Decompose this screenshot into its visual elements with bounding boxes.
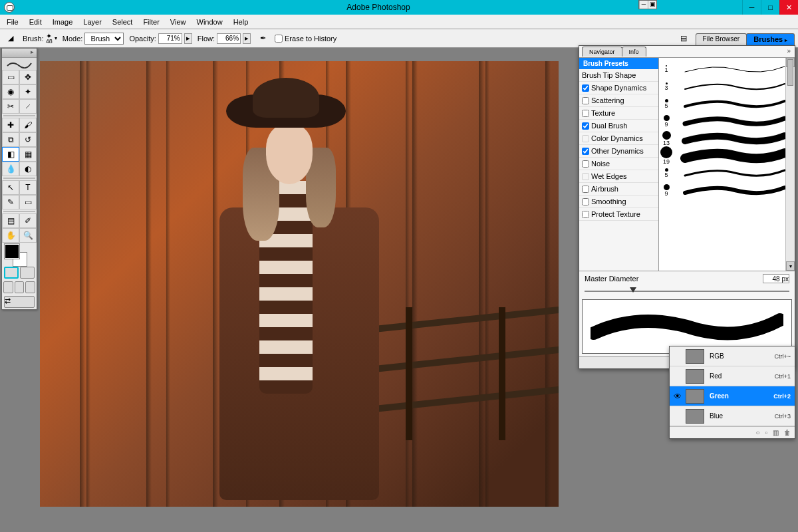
- eyedropper-tool[interactable]: ✐: [19, 213, 37, 228]
- opacity-input[interactable]: [158, 33, 182, 44]
- blur-tool[interactable]: 💧: [2, 162, 19, 176]
- tab-info[interactable]: Info: [622, 47, 646, 57]
- tab-brushes[interactable]: Brushes ▸: [746, 33, 795, 45]
- brush-options-list: Brush Presets Brush Tip Shape Shape Dyna…: [579, 58, 659, 271]
- menu-file[interactable]: File: [3, 17, 23, 27]
- tool-preset-button[interactable]: ◢: [4, 32, 17, 45]
- screen-mode-1[interactable]: [3, 281, 13, 293]
- brush-option-smoothing[interactable]: Smoothing: [579, 196, 658, 208]
- panel-minimize-icon[interactable]: ─: [639, 1, 648, 9]
- menu-view[interactable]: View: [166, 17, 190, 27]
- new-channel-icon[interactable]: ▥: [773, 429, 779, 436]
- shape-tool[interactable]: ▭: [19, 195, 37, 209]
- brush-option-protect-texture[interactable]: Protect Texture: [579, 208, 658, 221]
- brush-option-color-dynamics: Color Dynamics: [579, 132, 658, 145]
- brush-stroke-9[interactable]: 9: [660, 182, 793, 199]
- mode-dropdown[interactable]: Brush: [84, 33, 124, 45]
- slice-tool[interactable]: ⟋: [19, 99, 37, 114]
- maximize-button[interactable]: □: [761, 0, 779, 15]
- type-tool[interactable]: T: [19, 180, 37, 195]
- brush-option-texture[interactable]: Texture: [579, 107, 658, 120]
- brush-stroke-5[interactable]: 5: [660, 95, 793, 112]
- menu-filter[interactable]: Filter: [139, 17, 163, 27]
- toolbox-grip[interactable]: [2, 49, 37, 58]
- brush-tool[interactable]: 🖌: [19, 118, 37, 132]
- master-diameter-slider[interactable]: [585, 286, 789, 297]
- flow-stepper[interactable]: ▸: [243, 33, 251, 44]
- zoom-tool[interactable]: 🔍: [19, 228, 37, 243]
- tab-navigator[interactable]: Navigator: [582, 47, 622, 57]
- tab-file-browser[interactable]: File Browser: [696, 33, 747, 45]
- brush-tip-shape-item[interactable]: Brush Tip Shape: [579, 69, 658, 82]
- screen-mode-3[interactable]: [25, 281, 35, 293]
- menu-layer[interactable]: Layer: [79, 17, 106, 27]
- brush-stroke-13[interactable]: 13: [660, 130, 793, 147]
- brush-stroke-1[interactable]: 1: [660, 61, 793, 78]
- menu-help[interactable]: Help: [229, 17, 253, 27]
- standard-mode-button[interactable]: [4, 267, 19, 279]
- airbrush-icon[interactable]: ✒: [256, 32, 269, 45]
- wand-tool[interactable]: ✦: [19, 84, 37, 99]
- brush-stroke-19[interactable]: 19: [660, 147, 793, 164]
- move-tool[interactable]: ✥: [19, 70, 37, 84]
- brush-stroke-9[interactable]: 9: [660, 112, 793, 130]
- brush-presets-header[interactable]: Brush Presets: [579, 58, 658, 69]
- save-selection-icon[interactable]: ▫: [765, 429, 767, 436]
- stamp-tool[interactable]: ⧉: [2, 132, 19, 147]
- brush-option-shape-dynamics[interactable]: Shape Dynamics: [579, 82, 658, 94]
- brush-list-scrollbar[interactable]: ▴ ▾: [785, 58, 795, 271]
- marquee-tool[interactable]: ▭: [2, 70, 19, 84]
- toolbox-logo: [2, 58, 37, 70]
- brush-stroke-3[interactable]: 3: [660, 78, 793, 95]
- menu-edit[interactable]: Edit: [25, 17, 46, 27]
- flow-input[interactable]: [217, 33, 241, 44]
- palette-well-icon[interactable]: ▤: [677, 32, 690, 45]
- master-diameter-input[interactable]: [763, 274, 789, 283]
- hand-tool[interactable]: ✋: [2, 228, 19, 243]
- erase-to-history-label: Erase to History: [285, 35, 336, 43]
- canvas[interactable]: [40, 61, 559, 507]
- opacity-stepper[interactable]: ▸: [184, 33, 192, 44]
- scroll-thumb[interactable]: [787, 59, 793, 86]
- gradient-tool[interactable]: ▦: [19, 147, 37, 162]
- brush-option-dual-brush[interactable]: Dual Brush: [579, 120, 658, 132]
- channel-rgb[interactable]: RGBCtrl+~: [670, 346, 795, 366]
- path-tool[interactable]: ↖: [2, 180, 19, 195]
- panel-close-icon[interactable]: ▣: [648, 1, 656, 9]
- dodge-tool[interactable]: ◐: [19, 162, 37, 176]
- delete-channel-icon[interactable]: 🗑: [784, 429, 791, 436]
- erase-to-history-checkbox[interactable]: [275, 35, 283, 43]
- menu-window[interactable]: Window: [193, 17, 227, 27]
- close-button[interactable]: ✕: [779, 0, 798, 15]
- quickmask-mode-button[interactable]: [20, 267, 35, 279]
- healing-tool[interactable]: ✚: [2, 118, 19, 132]
- channel-thumbnail: [686, 369, 704, 384]
- load-selection-icon[interactable]: ○: [755, 429, 759, 436]
- brush-option-other-dynamics[interactable]: Other Dynamics: [579, 145, 658, 158]
- minimize-button[interactable]: ─: [742, 0, 761, 15]
- brush-option-noise[interactable]: Noise: [579, 158, 658, 170]
- lasso-tool[interactable]: ◉: [2, 84, 19, 99]
- screen-mode-2[interactable]: [15, 281, 25, 293]
- crop-tool[interactable]: ✂: [2, 99, 19, 114]
- channel-red[interactable]: RedCtrl+1: [670, 366, 795, 386]
- channel-green[interactable]: 👁GreenCtrl+2: [670, 386, 795, 406]
- visibility-icon[interactable]: 👁: [672, 392, 683, 401]
- channel-blue[interactable]: BlueCtrl+3: [670, 406, 795, 426]
- history-brush-tool[interactable]: ↺: [19, 132, 37, 147]
- brush-option-airbrush[interactable]: Airbrush: [579, 183, 658, 196]
- foreground-color-swatch[interactable]: [5, 244, 19, 259]
- jump-to-button[interactable]: ⇄: [4, 296, 35, 308]
- menu-image[interactable]: Image: [49, 17, 77, 27]
- brush-option-scattering[interactable]: Scattering: [579, 94, 658, 107]
- brush-stroke-list[interactable]: 1359131959 ▴ ▾: [659, 58, 795, 271]
- brush-size-value[interactable]: 48: [46, 39, 53, 44]
- pen-tool[interactable]: ✎: [2, 195, 19, 209]
- brush-option-wet-edges: Wet Edges: [579, 170, 658, 183]
- scroll-down-icon[interactable]: ▾: [786, 261, 795, 271]
- notes-tool[interactable]: ▤: [2, 213, 19, 228]
- brush-stroke-5[interactable]: 5: [660, 164, 793, 182]
- menu-bar: File Edit Image Layer Select Filter View…: [0, 15, 798, 29]
- eraser-tool[interactable]: ◧: [2, 147, 19, 162]
- menu-select[interactable]: Select: [108, 17, 137, 27]
